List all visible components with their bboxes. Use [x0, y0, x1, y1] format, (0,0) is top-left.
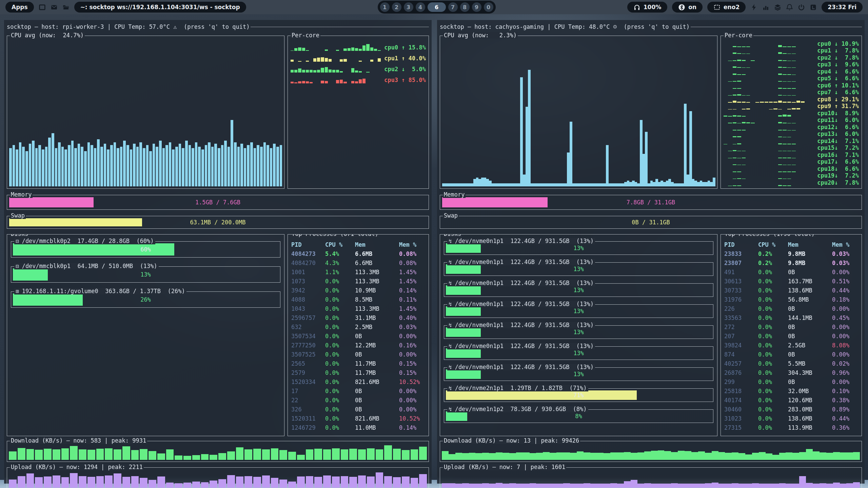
signal-bars-icon[interactable]	[762, 4, 769, 11]
chart-bar	[298, 68, 301, 73]
workspace-button-9[interactable]: 9	[472, 2, 481, 12]
core-label: cpu6 ↑ 10.1%	[817, 83, 859, 89]
chart-bar	[799, 476, 806, 488]
chart-bar	[44, 449, 52, 460]
terminal-header: socktop — host: rpi-worker-3 | CPU Temp:…	[7, 23, 429, 31]
window-title-pill[interactable]: ~: socktop ws://192.168.1.104:3031/ws - …	[74, 2, 246, 13]
core-sparkline	[724, 68, 817, 75]
chart-bar	[585, 183, 588, 186]
process-pid: 4084270	[291, 260, 325, 266]
chart-bar	[546, 183, 549, 186]
process-pid: 226	[724, 305, 758, 312]
process-column-header: Mem %	[399, 241, 426, 248]
process-pid: 326	[291, 406, 325, 413]
download-chart	[442, 445, 860, 460]
chart-bar	[536, 484, 543, 488]
chart-bar	[393, 477, 401, 488]
process-pid: 25818	[724, 388, 758, 394]
process-cpu: 0.0%	[758, 296, 788, 303]
process-cpu: 0.2%	[758, 250, 788, 257]
workspace-button-4[interactable]: 4	[416, 2, 425, 12]
apps-button[interactable]: Apps	[5, 2, 34, 13]
chart-bar	[702, 182, 705, 186]
process-row: 2070.0%0B0.00%	[724, 331, 859, 341]
process-memp: 8.08%	[832, 342, 859, 349]
chart-bar	[700, 181, 703, 186]
core-row: cpu13↓ 6.0%	[724, 130, 859, 138]
terminal-window-right[interactable]: socktop — host: cachyos-gaming | CPU Tem…	[437, 20, 865, 484]
chart-bar	[691, 452, 698, 460]
chart-bar	[557, 183, 559, 186]
volume-pill[interactable]: 100%	[627, 2, 668, 13]
chart-bar	[658, 484, 665, 488]
workspace-button-2[interactable]: 2	[392, 2, 401, 12]
network-pill[interactable]: eno2	[707, 2, 746, 13]
power-icon[interactable]	[798, 4, 805, 11]
chart-bar	[79, 476, 86, 488]
disk-label-text: /dev/nvme2n1p1 1.29TB / 1.82TB (71%)	[455, 385, 587, 391]
core-label: cpu20↓ 7.8%	[817, 180, 859, 186]
chart-bar	[376, 449, 383, 460]
terminal-header: socktop — host: cachyos-gaming | CPU Tem…	[440, 23, 862, 31]
disk-label: ↯/dev/nvme2n1p1 1.29TB / 1.82TB (71%)	[447, 385, 588, 391]
core-row: cpu2 ↓ 7.8%	[724, 54, 859, 61]
process-pid: 2565	[291, 360, 325, 367]
chart-bar	[515, 183, 518, 186]
chart-bar	[685, 484, 691, 488]
terminal-window-left[interactable]: socktop — host: rpi-worker-3 | CPU Temp:…	[4, 20, 432, 484]
process-pid: 30460	[724, 406, 758, 413]
folder-icon[interactable]	[62, 4, 70, 11]
chart-bar	[676, 183, 679, 186]
chart-bar	[691, 484, 698, 488]
chart-bar	[321, 57, 324, 62]
disk-label: ⊞192.168.1.11:/gvolume0 363.8GB / 1.37TB…	[14, 288, 186, 294]
chart-bar	[502, 484, 509, 488]
workspace-button-7[interactable]: 7	[448, 2, 458, 12]
clock-pill[interactable]: 23:32 Fri	[822, 2, 863, 13]
chart-bar	[314, 449, 322, 460]
workspace-button-1[interactable]: 1	[380, 2, 390, 12]
process-pid: 27315	[724, 424, 758, 431]
chart-bar	[536, 183, 538, 186]
core-row: cpu6 ↑ 10.1%	[724, 82, 859, 89]
chart-bar	[175, 147, 178, 186]
chart-bar	[348, 48, 351, 51]
process-mem: 0B	[355, 351, 399, 358]
bluetooth-pill[interactable]: on	[672, 2, 703, 13]
core-row: cpu7 ↓ 6.6%	[724, 89, 859, 96]
memory-value: 1.5GB / 7.6GB	[7, 195, 429, 209]
bell-icon[interactable]	[786, 4, 793, 11]
chart-bar	[523, 484, 530, 488]
process-memp: 0.38%	[832, 397, 859, 404]
process-cpu: 0.0%	[758, 397, 788, 404]
workspace-button-3[interactable]: 3	[404, 2, 413, 12]
chart-bar	[294, 82, 297, 83]
window-icon[interactable]	[39, 4, 46, 11]
chart-bar	[637, 484, 644, 488]
chart-bar	[449, 454, 455, 460]
swap-title: Swap	[443, 212, 459, 219]
mail-icon[interactable]	[51, 4, 58, 11]
chart-bar	[697, 182, 700, 186]
chart-bar	[126, 145, 129, 186]
chart-bar	[653, 182, 655, 186]
workspace-button-6[interactable]: 6	[428, 2, 446, 12]
chart-bar	[189, 145, 191, 186]
workspace-button-0[interactable]: 0	[484, 2, 493, 12]
layout-icon[interactable]	[810, 4, 817, 11]
chart-bar	[244, 476, 252, 488]
process-mem: 163.7MB	[788, 278, 832, 285]
disk-item: ⊞192.168.1.11:/gvolume0 363.8GB / 1.37TB…	[11, 291, 280, 308]
chart-bar	[314, 477, 322, 488]
chart-bar	[227, 475, 235, 488]
cpu-avg-title: CPU avg (now: 24.7%)	[10, 32, 85, 39]
chart-bar	[725, 484, 732, 488]
chart-bar	[105, 475, 113, 488]
process-row: 2990.0%0B0.00%	[724, 377, 859, 386]
layers-icon[interactable]	[774, 4, 781, 11]
workspace-button-8[interactable]: 8	[460, 2, 470, 12]
lightning-icon[interactable]	[750, 4, 757, 11]
disk-label: ↯/dev/nvme0n1p1 122.4GB / 931.5GB (13%)	[447, 238, 595, 244]
swap-panel: Swap 63.1MB / 200.0MB	[7, 216, 429, 229]
chart-bar	[624, 481, 631, 488]
